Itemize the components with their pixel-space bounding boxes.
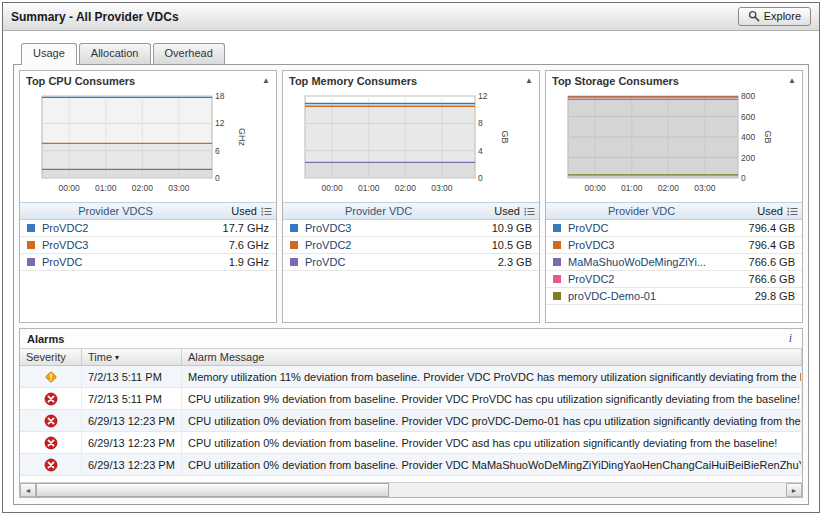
consumer-row[interactable]: ProVDC37.6 GHz	[20, 237, 276, 254]
alarms-column-header-alarm-message[interactable]: Alarm Message	[182, 349, 802, 365]
svg-text:00:00: 00:00	[59, 183, 81, 193]
alarm-row[interactable]: 7/2/13 5:11 PMMemory utilization 11% dev…	[20, 366, 802, 388]
provider-vdc-column-header: Provider VDC	[568, 205, 715, 217]
consumer-row[interactable]: ProVDC2.3 GB	[283, 254, 539, 271]
scrollbar-track[interactable]	[36, 483, 786, 497]
severity-cell	[20, 366, 82, 387]
table-customizer-button[interactable]	[522, 206, 536, 217]
panel-top-storage-consumers: Top Storage Consumers▲020040060080000:00…	[545, 70, 803, 323]
tab-overhead[interactable]: Overhead	[153, 43, 225, 64]
consumer-row[interactable]: proVDC-Demo-0129.8 GB	[546, 288, 802, 305]
svg-text:01:00: 01:00	[95, 183, 117, 193]
series-color-swatch	[27, 241, 35, 249]
collapse-panel-icon[interactable]: ▲	[525, 77, 533, 85]
explore-label: Explore	[764, 10, 801, 22]
alarm-row[interactable]: 7/2/13 5:11 PMCPU utilization 9% deviati…	[20, 388, 802, 410]
alarm-row[interactable]: 6/29/13 12:23 PMCPU utilization 0% devia…	[20, 432, 802, 454]
consumer-row[interactable]: ProVDC796.4 GB	[546, 220, 802, 237]
consumer-row[interactable]: ProVDC217.7 GHz	[20, 220, 276, 237]
panel-header: Top Storage Consumers▲	[546, 71, 802, 90]
used-value: 10.9 GB	[466, 222, 536, 234]
svg-text:200: 200	[741, 153, 755, 163]
sort-desc-icon: ▾	[115, 353, 119, 362]
critical-icon	[44, 458, 58, 472]
used-value: 766.6 GB	[729, 273, 799, 285]
top-storage-consumers-chart-svg: 020040060080000:0001:0002:0003:00GB	[548, 90, 802, 202]
alarms-title: Alarms	[27, 333, 64, 345]
alarms-column-header-severity[interactable]: Severity	[20, 349, 82, 365]
svg-text:00:00: 00:00	[585, 183, 607, 193]
svg-text:0: 0	[215, 173, 220, 183]
consumer-table-header[interactable]: Provider VDCSUsed	[20, 202, 276, 220]
consumer-row[interactable]: MaMaShuoWoDeMingZiYi...766.6 GB	[546, 254, 802, 271]
provider-vdc-name: ProVDC2	[42, 222, 203, 234]
alarm-time: 6/29/13 12:23 PM	[82, 410, 182, 431]
tab-allocation[interactable]: Allocation	[79, 43, 151, 64]
used-value: 1.9 GHz	[203, 256, 273, 268]
alarm-message: CPU utilization 9% deviation from baseli…	[182, 388, 802, 409]
alarm-row[interactable]: 6/29/13 12:23 PMCPU utilization 0% devia…	[20, 454, 802, 476]
top-storage-consumers-chart: 020040060080000:0001:0002:0003:00GB	[548, 90, 802, 202]
consumer-row[interactable]: ProVDC310.9 GB	[283, 220, 539, 237]
series-color-swatch	[290, 241, 298, 249]
table-customizer-button[interactable]	[785, 206, 799, 217]
svg-text:400: 400	[741, 132, 755, 142]
alarms-column-header-time[interactable]: Time▾	[82, 349, 182, 365]
alarms-header: Alarms i	[20, 329, 802, 349]
scrollbar-thumb[interactable]	[36, 483, 389, 497]
alarm-row[interactable]: 6/29/13 12:23 PMCPU utilization 0% devia…	[20, 410, 802, 432]
used-value: 2.3 GB	[466, 256, 536, 268]
collapse-panel-icon[interactable]: ▲	[788, 77, 796, 85]
svg-text:02:00: 02:00	[132, 183, 154, 193]
series-color-swatch	[27, 258, 35, 266]
svg-text:600: 600	[741, 112, 755, 122]
svg-text:GB: GB	[500, 130, 510, 143]
collapse-panel-icon[interactable]: ▲	[262, 77, 270, 85]
tab-bar: UsageAllocationOverhead	[21, 43, 819, 64]
panel-header: Top Memory Consumers▲	[283, 71, 539, 90]
consumer-table-header[interactable]: Provider VDCUsed	[546, 202, 802, 220]
provider-vdc-column-header: Provider VDC	[305, 205, 452, 217]
severity-cell	[20, 388, 82, 409]
used-column-header: Used	[715, 205, 785, 217]
alarm-message: CPU utilization 0% deviation from baseli…	[182, 454, 802, 475]
svg-text:0: 0	[741, 173, 746, 183]
explore-button[interactable]: Explore	[738, 7, 811, 26]
consumer-row[interactable]: ProVDC2766.6 GB	[546, 271, 802, 288]
used-value: 29.8 GB	[729, 290, 799, 302]
info-icon[interactable]: i	[786, 331, 795, 346]
used-value: 766.6 GB	[729, 256, 799, 268]
used-column-header: Used	[189, 205, 259, 217]
scroll-left-button[interactable]: ◄	[20, 483, 36, 497]
swatch-column-header	[553, 207, 561, 215]
page-title: Summary - All Provider VDCs	[11, 10, 179, 24]
provider-vdc-name: ProVDC2	[305, 239, 466, 251]
svg-text:01:00: 01:00	[358, 183, 380, 193]
svg-text:800: 800	[741, 91, 755, 101]
panels-row: Top CPU Consumers▲06121800:0001:0002:000…	[19, 70, 803, 323]
series-color-swatch	[553, 258, 561, 266]
used-value: 796.4 GB	[729, 239, 799, 251]
consumer-table-header[interactable]: Provider VDCUsed	[283, 202, 539, 220]
table-customizer-button[interactable]	[259, 206, 273, 217]
svg-text:6: 6	[215, 146, 220, 156]
consumer-row[interactable]: ProVDC210.5 GB	[283, 237, 539, 254]
panel-top-cpu-consumers: Top CPU Consumers▲06121800:0001:0002:000…	[19, 70, 277, 323]
severity-cell	[20, 432, 82, 453]
provider-vdc-name: ProVDC3	[42, 239, 203, 251]
tab-usage[interactable]: Usage	[21, 43, 77, 65]
consumer-row[interactable]: ProVDC1.9 GHz	[20, 254, 276, 271]
table-customizer-icon	[261, 206, 272, 217]
scroll-right-button[interactable]: ►	[786, 483, 802, 497]
severity-cell	[20, 454, 82, 475]
swatch-column-header	[27, 207, 35, 215]
series-color-swatch	[553, 241, 561, 249]
top-storage-consumers-table: Provider VDCUsedProVDC796.4 GBProVDC3796…	[546, 202, 802, 305]
svg-text:03:00: 03:00	[168, 183, 190, 193]
alarm-time: 6/29/13 12:23 PM	[82, 454, 182, 475]
consumer-row[interactable]: ProVDC3796.4 GB	[546, 237, 802, 254]
alarm-time: 7/2/13 5:11 PM	[82, 388, 182, 409]
horizontal-scrollbar[interactable]: ◄ ►	[20, 482, 802, 497]
alarm-message: CPU utilization 0% deviation from baseli…	[182, 410, 802, 431]
svg-text:GB: GB	[763, 130, 773, 143]
